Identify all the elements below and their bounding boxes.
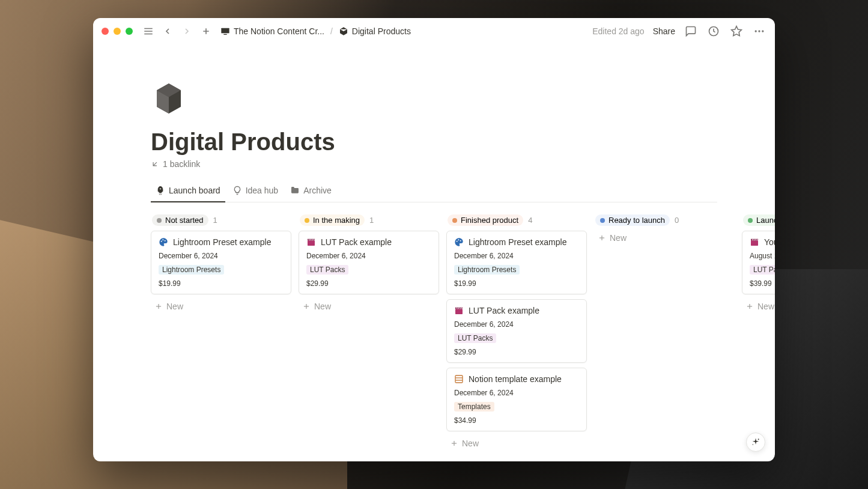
column-label: Launched <box>756 216 775 225</box>
card-date: December 6, 2024 <box>454 389 579 397</box>
column-in_making: In the making 1 LUT Pack example Decembe… <box>299 212 439 451</box>
plus-icon <box>745 302 754 311</box>
template-icon <box>454 374 464 384</box>
more-icon[interactable] <box>752 24 766 38</box>
svg-rect-23 <box>455 309 463 314</box>
page-icon[interactable] <box>151 80 187 117</box>
card-date: December 6, 2024 <box>159 252 284 260</box>
breadcrumb-current-label: Digital Products <box>352 26 411 36</box>
clapper-icon <box>454 306 464 315</box>
status-dot-icon <box>452 218 457 223</box>
new-card-label: New <box>462 439 479 448</box>
folder-icon <box>290 186 300 195</box>
page-title[interactable]: Digital Products <box>151 129 717 156</box>
board-card[interactable]: Lightroom Preset example December 6, 202… <box>151 231 291 294</box>
column-header[interactable]: Ready to launch 0 <box>594 212 735 231</box>
nav-forward-button[interactable] <box>180 24 194 38</box>
backlink-button[interactable]: 1 backlink <box>151 159 717 169</box>
column-label: Not started <box>165 216 204 225</box>
minimize-window-button[interactable] <box>114 28 121 35</box>
close-window-button[interactable] <box>102 28 109 35</box>
tab-label: Launch board <box>169 186 220 195</box>
status-pill: In the making <box>300 214 365 226</box>
card-tag: LUT Packs <box>454 333 496 343</box>
new-card-button[interactable]: New <box>594 231 735 245</box>
share-button[interactable]: Share <box>653 26 675 36</box>
board-card[interactable]: LUT Pack example December 6, 2024 LUT Pa… <box>446 299 587 363</box>
comments-icon[interactable] <box>684 24 698 38</box>
svg-point-12 <box>161 241 162 242</box>
card-date: December 6, 2024 <box>454 320 579 329</box>
column-header[interactable]: Finished product 4 <box>446 212 587 231</box>
column-header[interactable]: Not started 1 <box>151 212 291 231</box>
sidebar-toggle-icon[interactable] <box>141 24 156 38</box>
card-date: August 14, 2024 <box>750 252 775 260</box>
package-icon <box>339 26 348 36</box>
board-card[interactable]: LUT Pack example December 6, 2024 LUT Pa… <box>299 231 439 294</box>
board-card[interactable]: YouTube e August 14, 2024 LUT Packs $39.… <box>742 231 775 294</box>
new-card-button[interactable]: New <box>299 299 439 314</box>
breadcrumb-parent[interactable]: The Notion Content Cr... <box>218 25 327 37</box>
column-label: Ready to launch <box>609 216 665 225</box>
backlink-icon <box>151 160 159 168</box>
svg-point-11 <box>762 30 763 32</box>
card-price: $29.99 <box>306 279 431 288</box>
tab-archive[interactable]: Archive <box>285 181 336 202</box>
card-price: $19.99 <box>159 279 284 288</box>
column-finished: Finished product 4 Lightroom Preset exam… <box>446 212 587 451</box>
nav-back-button[interactable] <box>160 24 175 38</box>
card-price: $34.99 <box>454 416 579 425</box>
tab-label: Idea hub <box>246 186 279 195</box>
card-tag: Templates <box>454 402 494 412</box>
new-card-button[interactable]: New <box>742 299 775 314</box>
new-tab-button[interactable] <box>199 24 213 38</box>
status-dot-icon <box>157 218 162 223</box>
card-tag: LUT Packs <box>750 265 775 275</box>
svg-rect-6 <box>223 34 226 35</box>
svg-point-22 <box>460 240 461 241</box>
board-card[interactable]: Notion template example December 6, 2024… <box>446 368 587 431</box>
card-title: Notion template example <box>469 374 562 384</box>
sparkle-icon <box>751 437 760 447</box>
tab-idea-hub[interactable]: Idea hub <box>228 181 284 202</box>
new-card-label: New <box>757 302 774 311</box>
bulb-icon <box>232 186 242 195</box>
last-edited-label: Edited 2d ago <box>592 26 644 36</box>
tab-launch-board[interactable]: Launch board <box>151 181 225 202</box>
column-header[interactable]: In the making 1 <box>299 212 439 231</box>
ai-assist-button[interactable] <box>746 433 765 452</box>
status-pill: Not started <box>152 214 208 226</box>
svg-point-13 <box>162 239 163 240</box>
page-header: Digital Products 1 backlink <box>93 44 775 169</box>
palette-icon <box>454 237 464 247</box>
svg-point-21 <box>458 239 459 240</box>
svg-rect-5 <box>221 28 229 34</box>
status-dot-icon <box>600 218 605 223</box>
svg-marker-8 <box>732 26 742 36</box>
favorite-icon[interactable] <box>729 24 744 38</box>
svg-rect-31 <box>751 240 758 246</box>
board-card[interactable]: Lightroom Preset example December 6, 202… <box>446 231 587 294</box>
rocket-icon <box>156 186 165 195</box>
status-dot-icon <box>305 218 309 223</box>
new-card-label: New <box>314 302 331 311</box>
maximize-window-button[interactable] <box>126 28 133 35</box>
column-count: 0 <box>675 216 679 225</box>
history-icon[interactable] <box>706 24 721 38</box>
card-date: December 6, 2024 <box>306 252 431 260</box>
column-label: In the making <box>313 216 360 225</box>
svg-point-14 <box>165 240 166 241</box>
svg-point-9 <box>755 30 757 32</box>
status-pill: Ready to launch <box>595 214 670 226</box>
card-title: LUT Pack example <box>321 237 392 247</box>
window-controls <box>102 28 133 35</box>
new-card-button[interactable]: New <box>446 436 587 451</box>
status-pill: Finished product <box>448 214 523 226</box>
breadcrumb-current[interactable]: Digital Products <box>336 25 413 37</box>
column-ready: Ready to launch 0New <box>594 212 735 451</box>
topbar: The Notion Content Cr... / Digital Produ… <box>93 18 775 44</box>
column-label: Finished product <box>461 216 518 225</box>
column-header[interactable]: Launched <box>742 212 775 231</box>
backlink-label: 1 backlink <box>163 159 200 169</box>
new-card-button[interactable]: New <box>151 299 291 314</box>
